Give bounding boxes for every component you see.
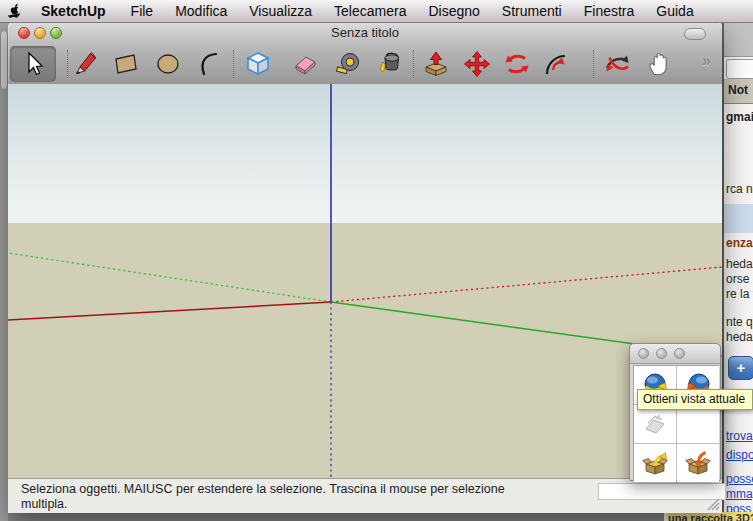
bg-text-fragment: re la f	[726, 287, 753, 301]
background-bottom-text-box: una raccolta 3D?	[663, 512, 753, 521]
eraser-icon	[292, 50, 320, 78]
background-left-strip	[0, 22, 8, 521]
background-bottom-strip	[0, 512, 753, 521]
toolbar-overflow-chevron[interactable]: »	[702, 52, 711, 70]
circle-icon	[154, 50, 182, 78]
orbit-icon	[603, 50, 631, 78]
background-scrollbar-thumb	[0, 30, 8, 90]
bg-link-fragment[interactable]: dispon	[726, 448, 753, 462]
status-bar: Seleziona oggetti. MAIUSC per estendere …	[8, 478, 722, 513]
bg-link-fragment[interactable]: posse	[726, 472, 753, 486]
open-box-orange-arrow-icon	[685, 450, 712, 477]
browser-toolbar-fragment	[724, 22, 753, 57]
eraser-tool[interactable]	[289, 47, 323, 81]
window-chrome: Senza titolo	[8, 22, 722, 85]
desktop: SketchUp File Modifica Visualizza Teleca…	[0, 0, 753, 521]
palette-button-grid	[633, 365, 719, 481]
palette-cell-covered[interactable]	[677, 405, 719, 443]
status-message: Seleziona oggetti. MAIUSC per estendere …	[21, 482, 505, 512]
menu-finestra[interactable]: Finestra	[573, 1, 646, 22]
sketchup-window: Senza titolo	[8, 22, 722, 513]
get-models-button[interactable]	[634, 444, 676, 482]
menu-file[interactable]: File	[120, 1, 165, 22]
tooltip: Ottieni vista attuale	[637, 389, 753, 410]
push-pull-icon	[422, 50, 450, 78]
move-icon	[463, 50, 491, 78]
bg-text-fragment: nte qu	[726, 315, 753, 329]
menu-strumenti[interactable]: Strumenti	[491, 1, 573, 22]
bg-text-fragment: rca ne	[726, 182, 753, 196]
toolbar-separator	[593, 50, 594, 78]
toolbar-separator	[413, 50, 414, 78]
pan-tool[interactable]	[642, 47, 676, 81]
bg-link-fragment[interactable]: trova	[726, 429, 753, 443]
push-pull-tool[interactable]	[419, 47, 453, 81]
palette-close-button[interactable]	[638, 348, 649, 359]
bg-add-button[interactable]: +	[728, 356, 753, 380]
window-title: Senza titolo	[8, 25, 722, 40]
browser-selection-band	[724, 204, 753, 233]
move-tool[interactable]	[460, 47, 494, 81]
google-tool-palette	[629, 343, 721, 481]
bg-text-fragment: heda	[726, 330, 753, 344]
drawing-canvas[interactable]	[8, 84, 722, 478]
photo-textures-disabled-icon	[642, 411, 669, 438]
orbit-tool[interactable]	[600, 47, 634, 81]
browser-field-fragment	[726, 59, 753, 79]
select-arrow-icon	[19, 50, 47, 78]
arc-icon	[195, 50, 223, 78]
rotate-tool[interactable]	[500, 47, 534, 81]
rectangle-tool[interactable]	[109, 47, 143, 81]
apple-menu[interactable]	[0, 2, 30, 21]
bg-highlighted-text: una raccolta 3D?	[668, 512, 753, 521]
title-bar[interactable]: Senza titolo	[8, 22, 722, 44]
make-component-tool[interactable]	[241, 47, 275, 81]
toolbar-separator	[67, 50, 68, 78]
paint-bucket-tool[interactable]	[372, 47, 406, 81]
bg-text-fragment: Not	[728, 83, 748, 97]
hand-icon	[645, 50, 673, 78]
select-tool[interactable]	[10, 46, 56, 82]
status-line-2: multipla.	[21, 497, 505, 512]
resize-grip[interactable]	[702, 497, 720, 511]
apple-icon	[8, 3, 23, 20]
open-box-yellow-arrow-icon	[642, 450, 669, 477]
palette-zoom-button[interactable]	[674, 348, 685, 359]
share-model-button[interactable]	[677, 444, 719, 482]
circle-tool[interactable]	[151, 47, 185, 81]
bg-heading-fragment: enza G	[726, 236, 753, 250]
menu-visualizza[interactable]: Visualizza	[238, 1, 323, 22]
photo-textures-button[interactable]	[634, 405, 676, 443]
offset-icon	[543, 50, 571, 78]
rotate-icon	[503, 50, 531, 78]
tape-measure-tool[interactable]	[332, 47, 366, 81]
menu-telecamera[interactable]: Telecamera	[323, 1, 417, 22]
menu-bar: SketchUp File Modifica Visualizza Teleca…	[0, 0, 753, 23]
bg-text-fragment: gmail	[726, 110, 753, 124]
tape-measure-icon	[335, 50, 363, 78]
pencil-icon	[72, 50, 100, 78]
menu-modifica[interactable]: Modifica	[164, 1, 238, 22]
palette-minimize-button[interactable]	[656, 348, 667, 359]
bg-text-fragment: heda	[726, 257, 753, 271]
rectangle-icon	[112, 50, 140, 78]
axes	[8, 84, 722, 478]
toolbar: »	[8, 44, 722, 84]
line-tool[interactable]	[69, 47, 103, 81]
toolbar-separator	[233, 50, 234, 78]
toolbar-toggle-button[interactable]	[684, 28, 706, 40]
palette-title-bar[interactable]	[630, 344, 720, 364]
offset-tool[interactable]	[540, 47, 574, 81]
paint-bucket-icon	[375, 50, 403, 78]
arc-tool[interactable]	[192, 47, 226, 81]
bg-link-fragment[interactable]: mmag	[726, 487, 753, 501]
bg-text-fragment: orse c	[726, 272, 753, 286]
menu-disegno[interactable]: Disegno	[417, 1, 490, 22]
component-box-icon	[244, 50, 272, 78]
background-browser-window: Not gmail rca ne enza G heda orse c re l…	[722, 22, 753, 521]
menu-sketchup[interactable]: SketchUp	[30, 1, 120, 22]
status-line-1: Seleziona oggetti. MAIUSC per estendere …	[21, 482, 505, 497]
menu-guida[interactable]: Guida	[645, 1, 704, 22]
